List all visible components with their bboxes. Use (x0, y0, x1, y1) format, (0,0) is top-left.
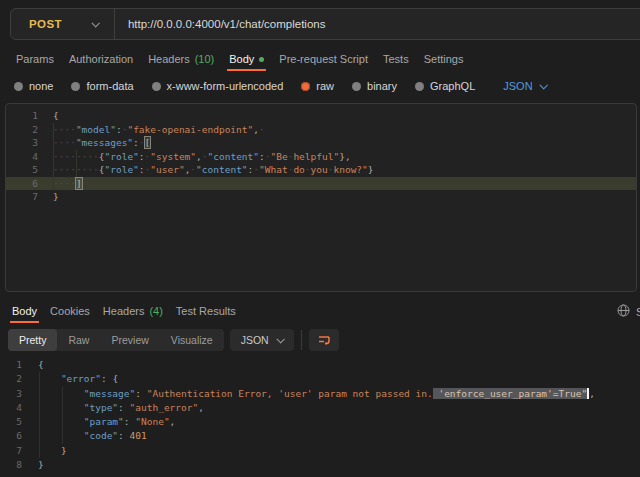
radio-icon (152, 82, 161, 91)
divider (301, 330, 302, 350)
response-language-selector[interactable]: JSON (230, 329, 294, 351)
code-line[interactable]: 7 } (0, 444, 640, 458)
code-line[interactable]: 7} (6, 190, 636, 204)
response-toolbar: Pretty Raw Preview Visualize JSON (8, 329, 339, 351)
radio-raw[interactable]: raw (301, 80, 334, 92)
line-number: 3 (6, 136, 38, 150)
method-selector[interactable]: POST (29, 18, 62, 30)
line-number: 7 (6, 190, 38, 204)
wrap-text-icon (317, 333, 331, 347)
code-line[interactable]: 1{ (6, 109, 636, 123)
line-number: 5 (6, 163, 38, 177)
radio-binary[interactable]: binary (352, 80, 397, 92)
tab-settings[interactable]: Settings (420, 48, 468, 70)
tab-response-body[interactable]: Body (8, 300, 41, 322)
globe-icon[interactable] (617, 304, 630, 317)
indent-guide (53, 123, 54, 190)
request-body-editor[interactable]: 1{2····"model":·"fake-openai-endpoint",·… (5, 103, 637, 292)
line-number: 7 (0, 444, 22, 458)
view-visualize[interactable]: Visualize (160, 329, 224, 351)
body-type-row: none form-data x-www-form-urlencoded raw… (0, 74, 640, 98)
tab-test-results[interactable]: Test Results (172, 300, 240, 322)
tab-headers[interactable]: Headers(10) (144, 48, 218, 70)
tab-tests[interactable]: Tests (379, 48, 413, 70)
response-headers-count: (4) (149, 305, 162, 317)
view-pretty[interactable]: Pretty (8, 329, 57, 351)
radio-icon (71, 82, 80, 91)
code-line[interactable]: 3····"messages":·[ (6, 136, 636, 150)
url-input[interactable]: http://0.0.0.0:4000/v1/chat/completions (128, 18, 326, 30)
line-number: 4 (6, 150, 38, 164)
code-line[interactable]: 6····] (6, 177, 636, 191)
line-number: 2 (6, 123, 38, 137)
code-line[interactable]: 2····"model":·"fake-openai-endpoint",· (6, 123, 636, 137)
code-line[interactable]: 1{ (0, 358, 640, 372)
divider (114, 9, 115, 39)
chevron-down-icon (276, 335, 284, 343)
line-number: 1 (0, 358, 22, 372)
headers-count: (10) (195, 53, 215, 65)
response-view-switcher: Pretty Raw Preview Visualize (8, 329, 224, 351)
radio-icon (352, 82, 361, 91)
code-line[interactable]: 2 "error": { (0, 372, 640, 386)
line-number: 6 (0, 429, 22, 443)
indent-guide (62, 387, 63, 444)
chevron-down-icon (539, 81, 547, 89)
tab-pre-request-script[interactable]: Pre-request Script (275, 48, 372, 70)
tab-cookies[interactable]: Cookies (46, 300, 94, 322)
line-number: 3 (0, 387, 22, 401)
code-line[interactable]: 4········{"role":·"system",·"content":·"… (6, 150, 636, 164)
line-number: 8 (0, 458, 22, 472)
code-line[interactable]: 3 "message": "Authentication Error, 'use… (0, 387, 640, 401)
view-raw[interactable]: Raw (57, 329, 100, 351)
response-body-editor[interactable]: 1{2 "error": {3 "message": "Authenticati… (0, 354, 640, 477)
radio-selected-icon (301, 82, 310, 91)
radio-none[interactable]: none (14, 80, 53, 92)
radio-x-www-form-urlencoded[interactable]: x-www-form-urlencoded (152, 80, 284, 92)
indent-guide (39, 372, 40, 458)
radio-form-data[interactable]: form-data (71, 80, 133, 92)
tab-body[interactable]: Body (225, 48, 268, 70)
view-preview[interactable]: Preview (100, 329, 159, 351)
line-number: 5 (0, 415, 22, 429)
code-line[interactable]: 5 "param": "None", (0, 415, 640, 429)
line-number: 1 (6, 109, 38, 123)
indent-guide (76, 150, 77, 177)
radio-icon (415, 82, 424, 91)
url-bar: POST http://0.0.0.0:4000/v1/chat/complet… (10, 8, 640, 40)
line-number: 6 (6, 177, 38, 191)
chevron-down-icon[interactable] (91, 19, 99, 27)
request-tabs: Params Authorization Headers(10) Body Pr… (0, 48, 640, 70)
request-language-selector[interactable]: JSON (503, 80, 545, 92)
tab-response-headers[interactable]: Headers(4) (99, 300, 167, 322)
tab-authorization[interactable]: Authorization (65, 48, 137, 70)
radio-graphql[interactable]: GraphQL (415, 80, 475, 92)
wrap-text-button[interactable] (309, 329, 339, 351)
code-line[interactable]: 5········{"role":·"user",·"content":·"Wh… (6, 163, 636, 177)
body-modified-dot-icon (259, 57, 264, 62)
response-tabs: Body Cookies Headers(4) Test Results (0, 300, 640, 322)
app-window: { "request_bar": { "method": "POST", "ur… (0, 0, 640, 477)
radio-icon (14, 82, 23, 91)
code-line[interactable]: 4 "type": "auth_error", (0, 401, 640, 415)
line-number: 4 (0, 401, 22, 415)
tab-params[interactable]: Params (12, 48, 58, 70)
status-text-cutoff: S (636, 306, 640, 318)
code-line[interactable]: 8} (0, 458, 640, 472)
code-line[interactable]: 6 "code": 401 (0, 429, 640, 443)
line-number: 2 (0, 372, 22, 386)
